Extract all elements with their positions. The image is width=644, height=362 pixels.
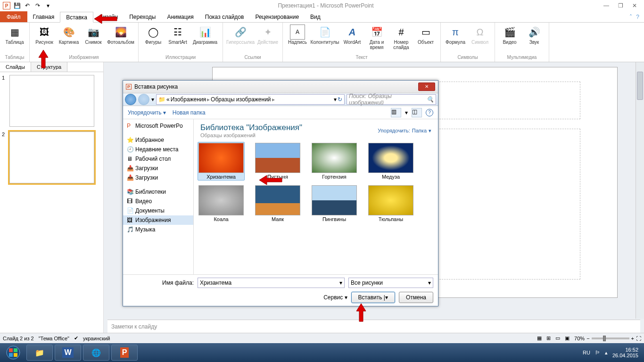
file-item[interactable]: Коала <box>198 184 245 223</box>
dialog-titlebar[interactable]: P Вставка рисунка ✕ <box>123 81 438 93</box>
taskbar-chrome[interactable]: 🌐 <box>83 345 109 361</box>
search-input[interactable]: Поиск: Образцы изображений 🔍 <box>347 94 436 105</box>
tree-documents[interactable]: 📄Документы <box>123 206 193 215</box>
insert-button[interactable]: Вставить |▾ <box>351 292 395 303</box>
cancel-button[interactable]: Отмена <box>399 292 433 303</box>
equation-button[interactable]: πФормула <box>444 24 467 54</box>
tray-lang[interactable]: RU <box>583 350 590 355</box>
breadcrumb[interactable]: 📁 « Изображения ▸ Образцы изображений ▸ … <box>156 94 345 105</box>
tree-libraries[interactable]: 📚Библиотеки <box>123 187 193 197</box>
tree-downloads-2[interactable]: 📥Загрузки <box>123 173 193 182</box>
view-slideshow-icon[interactable]: ▣ <box>565 335 570 341</box>
view-mode-button[interactable]: ▥ <box>391 108 401 117</box>
tray-clock[interactable]: 16:52 26.04.2015 <box>612 347 638 358</box>
qat-dropdown-icon[interactable]: ▾ <box>44 2 52 9</box>
tab-review[interactable]: Рецензирование <box>249 11 305 22</box>
file-item[interactable]: Хризантема <box>198 142 245 181</box>
status-lang[interactable]: украинский <box>83 336 110 341</box>
close-button[interactable]: ✕ <box>630 2 639 9</box>
video-button[interactable]: 🎬Видео <box>498 24 521 54</box>
view-dropdown-icon[interactable]: ▾ <box>405 109 408 116</box>
table-button[interactable]: ▦Таблица <box>3 24 26 54</box>
organize-menu[interactable]: Упорядочить ▾ <box>128 109 166 116</box>
vertical-scrollbar[interactable] <box>636 62 644 319</box>
tree-music[interactable]: 🎵Музыка <box>123 225 193 234</box>
tab-view[interactable]: Вид <box>305 11 326 22</box>
file-item[interactable]: Пустыня <box>254 142 301 181</box>
library-sort[interactable]: Упорядочить: Папка ▾ <box>378 123 431 138</box>
taskbar-explorer[interactable]: 📁 <box>26 345 53 361</box>
symbol-button[interactable]: ΩСимвол <box>468 24 492 54</box>
file-item[interactable]: Медуза <box>367 142 414 181</box>
zoom-out-icon[interactable]: − <box>586 336 589 341</box>
textbox-button[interactable]: AНадпись <box>286 24 309 54</box>
taskbar-powerpoint[interactable]: P <box>111 345 138 361</box>
datetime-button[interactable]: 📅Дата и время <box>365 24 388 54</box>
tab-slides[interactable]: Слайды <box>0 62 31 72</box>
zoom-control[interactable]: 70% − + ⛶ <box>574 336 641 341</box>
tab-outline[interactable]: Структура <box>31 62 67 72</box>
fit-icon[interactable]: ⛶ <box>636 336 641 341</box>
scroll-thumb[interactable] <box>637 72 643 100</box>
refresh-icon[interactable]: ↻ <box>338 96 342 103</box>
tools-menu[interactable]: Сервис ▾ <box>323 294 347 301</box>
redo-icon[interactable]: ↷ <box>34 2 41 9</box>
file-item[interactable]: Пингвины <box>311 184 358 223</box>
undo-icon[interactable]: ↶ <box>24 2 31 9</box>
wordart-button[interactable]: AWordArt <box>340 24 364 54</box>
headerfooter-button[interactable]: 📄Колонтитулы <box>310 24 339 54</box>
photoalbum-button[interactable]: 🌄Фотоальбом <box>106 24 135 54</box>
file-tab[interactable]: Файл <box>0 11 27 22</box>
tab-design[interactable]: Дизайн <box>93 11 124 22</box>
tree-pictures[interactable]: 🖼Изображения <box>123 215 193 225</box>
nav-up-icon[interactable]: ▾ <box>151 96 154 103</box>
chart-button[interactable]: 📊Диаграмма <box>190 24 220 54</box>
thumb-1[interactable]: 1 <box>2 75 101 127</box>
maximize-button[interactable]: ❐ <box>616 2 625 9</box>
screenshot-button[interactable]: 📷Снимок <box>82 24 105 54</box>
filetype-filter[interactable]: Все рисунки▾ <box>348 278 433 288</box>
tab-insert[interactable]: Вставка <box>60 12 93 23</box>
breadcrumb-dropdown-icon[interactable]: ▾ <box>334 96 337 103</box>
new-folder-button[interactable]: Новая папка <box>173 109 206 116</box>
tab-transitions[interactable]: Переходы <box>124 11 161 22</box>
save-icon[interactable]: 💾 <box>13 2 21 9</box>
tab-home[interactable]: Главная <box>27 11 60 22</box>
start-button[interactable] <box>2 345 25 361</box>
filename-input[interactable]: Хризантема▾ <box>198 278 345 288</box>
view-reading-icon[interactable]: ▭ <box>555 335 560 341</box>
tree-desktop[interactable]: 🖥Рабочий стол <box>123 154 193 164</box>
smartart-button[interactable]: ☷SmartArt <box>166 24 190 54</box>
help-icon[interactable]: ? <box>636 14 639 20</box>
minimize-button[interactable]: — <box>602 2 611 9</box>
view-normal-icon[interactable]: ▦ <box>537 335 542 341</box>
nav-forward-button[interactable] <box>138 94 149 105</box>
tree-downloads[interactable]: 📥Загрузки <box>123 164 193 173</box>
tree-videos[interactable]: 🎞Видео <box>123 197 193 206</box>
file-item[interactable]: Маяк <box>254 184 301 223</box>
shapes-button[interactable]: ◯Фигуры <box>141 24 165 54</box>
tree-recent[interactable]: 🕘Недавние места <box>123 145 193 154</box>
dialog-close-button[interactable]: ✕ <box>418 82 435 91</box>
breadcrumb-item[interactable]: Изображения <box>171 96 206 103</box>
spellcheck-icon[interactable]: ✔ <box>74 335 78 341</box>
tab-animation[interactable]: Анимация <box>161 11 199 22</box>
tab-slideshow[interactable]: Показ слайдов <box>199 11 250 22</box>
file-item[interactable]: Гортензия <box>311 142 358 181</box>
hyperlink-button[interactable]: 🔗Гиперссылка <box>226 24 255 54</box>
nav-back-button[interactable] <box>125 94 136 105</box>
tree-favorites[interactable]: ⭐Избранное <box>123 135 193 145</box>
notes-pane[interactable]: Заметки к слайду <box>107 320 640 333</box>
help-icon[interactable]: ? <box>426 109 433 116</box>
file-item[interactable]: Тюльпаны <box>367 184 414 223</box>
zoom-in-icon[interactable]: + <box>631 336 634 341</box>
slidenumber-button[interactable]: #Номер слайда <box>389 24 413 54</box>
breadcrumb-item[interactable]: Образцы изображений <box>211 96 271 103</box>
picture-button[interactable]: 🖼Рисунок <box>33 24 56 54</box>
tree-app[interactable]: PMicrosoft PowerPo <box>123 121 193 131</box>
preview-pane-button[interactable]: ◫ <box>412 108 422 117</box>
tray-arrow-icon[interactable]: ▴ <box>605 350 608 356</box>
clipart-button[interactable]: 🎨Картинка <box>57 24 81 54</box>
view-sorter-icon[interactable]: ⊞ <box>546 335 551 341</box>
tray-flag-icon[interactable]: 🏳 <box>595 350 600 355</box>
